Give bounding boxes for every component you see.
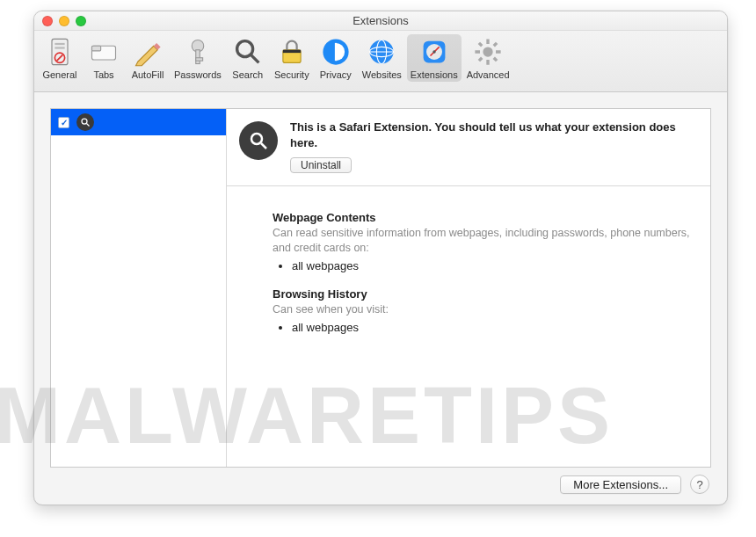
svg-line-28	[479, 43, 482, 46]
general-icon	[44, 36, 76, 68]
tab-security[interactable]: Security	[271, 34, 313, 82]
tab-general-label: General	[42, 69, 76, 80]
extensions-icon	[418, 36, 450, 68]
svg-point-10	[236, 41, 252, 57]
window-controls	[42, 16, 86, 26]
split-view: ✓ This is a Safari Extension. You should…	[50, 108, 711, 468]
security-icon	[276, 36, 308, 68]
tab-security-label: Security	[274, 69, 309, 80]
footer: More Extensions... ?	[50, 468, 711, 494]
extension-list-item[interactable]: ✓	[51, 109, 226, 135]
perm-item: all webpages	[292, 320, 694, 335]
close-icon[interactable]	[42, 16, 53, 26]
svg-rect-1	[55, 43, 64, 45]
tab-search-label: Search	[232, 69, 263, 80]
preferences-toolbar: General Tabs AutoFill Passwords	[34, 31, 727, 92]
tab-passwords-label: Passwords	[174, 69, 222, 80]
perm-item: all webpages	[292, 258, 694, 273]
svg-point-23	[483, 47, 493, 56]
privacy-icon	[320, 36, 352, 68]
passwords-icon	[182, 36, 214, 68]
zoom-icon[interactable]	[76, 16, 86, 26]
svg-rect-8	[196, 50, 200, 64]
window-title: Extensions	[353, 14, 409, 27]
perm-title-webpage-contents: Webpage Contents	[273, 211, 694, 224]
svg-rect-15	[335, 43, 337, 61]
svg-point-32	[82, 119, 87, 124]
tab-privacy[interactable]: Privacy	[315, 34, 357, 82]
svg-line-33	[87, 124, 90, 127]
help-button[interactable]: ?	[690, 475, 709, 494]
tab-autofill[interactable]: AutoFill	[127, 34, 169, 82]
tab-tabs[interactable]: Tabs	[83, 34, 125, 82]
magnifier-large-icon	[239, 121, 278, 160]
permissions-area: Webpage Contents Can read sensitive info…	[227, 186, 710, 358]
preferences-window: Extensions General Tabs AutoFill	[33, 11, 728, 505]
tab-advanced[interactable]: Advanced	[463, 34, 513, 82]
websites-icon	[366, 36, 397, 68]
uninstall-button[interactable]: Uninstall	[290, 157, 352, 173]
tab-search[interactable]: Search	[227, 34, 269, 82]
svg-line-35	[261, 143, 266, 149]
svg-rect-9	[196, 58, 203, 61]
tab-advanced-label: Advanced	[467, 69, 510, 80]
tabs-icon	[88, 36, 120, 68]
detail-header: This is a Safari Extension. You should t…	[227, 109, 710, 186]
tab-websites-label: Websites	[362, 69, 402, 80]
search-icon	[232, 36, 264, 68]
tab-general[interactable]: General	[39, 34, 81, 82]
titlebar: Extensions	[34, 11, 727, 31]
perm-desc-webpage-contents: Can read sensitive information from webp…	[273, 226, 694, 256]
tab-websites[interactable]: Websites	[359, 34, 405, 82]
svg-line-30	[494, 43, 497, 46]
content-area: ✓ This is a Safari Extension. You should…	[34, 92, 727, 504]
svg-rect-0	[52, 39, 68, 64]
svg-line-31	[479, 58, 482, 61]
svg-point-22	[433, 50, 435, 53]
perm-list-webpage-contents: all webpages	[273, 258, 694, 273]
perm-desc-browsing-history: Can see when you visit:	[273, 302, 694, 317]
tab-tabs-label: Tabs	[93, 69, 113, 80]
advanced-icon	[472, 36, 504, 68]
tab-extensions[interactable]: Extensions	[407, 34, 462, 82]
tab-autofill-label: AutoFill	[132, 69, 164, 80]
tab-passwords[interactable]: Passwords	[171, 34, 225, 82]
extensions-sidebar: ✓	[51, 109, 227, 467]
extension-description: This is a Safari Extension. You should t…	[290, 120, 698, 150]
svg-line-11	[251, 54, 258, 62]
perm-title-browsing-history: Browsing History	[273, 287, 694, 301]
extension-detail: This is a Safari Extension. You should t…	[227, 109, 710, 467]
svg-point-34	[251, 134, 262, 144]
svg-rect-6	[92, 46, 101, 51]
tab-extensions-label: Extensions	[411, 69, 458, 80]
perm-list-browsing-history: all webpages	[273, 320, 694, 335]
tab-privacy-label: Privacy	[320, 69, 352, 80]
autofill-icon	[132, 36, 164, 68]
svg-line-29	[494, 58, 497, 61]
svg-rect-2	[55, 47, 64, 48]
magnifier-icon	[76, 113, 94, 131]
svg-rect-13	[283, 50, 301, 53]
more-extensions-button[interactable]: More Extensions...	[560, 475, 681, 494]
minimize-icon[interactable]	[59, 16, 69, 26]
extension-enable-checkbox[interactable]: ✓	[58, 117, 69, 128]
